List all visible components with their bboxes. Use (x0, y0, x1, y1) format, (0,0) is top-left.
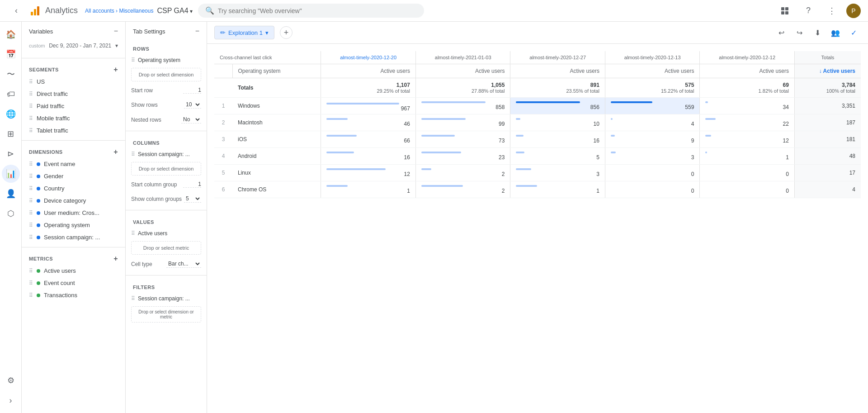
dim-device-category[interactable]: ⠿ Device category (22, 195, 125, 207)
filter-item[interactable]: ⠿ Session campaign: ... (126, 293, 207, 304)
apps-icon[interactable] (776, 2, 794, 20)
values-metric-item[interactable]: ⠿ Active users (126, 228, 207, 239)
add-segment-button[interactable]: + (113, 66, 118, 74)
nav-reports[interactable]: 📅 (2, 45, 20, 63)
segment-mobile[interactable]: ⠿ Mobile traffic (22, 112, 125, 124)
totals-grand-pct: 100% of total (800, 88, 855, 94)
nav-funnel[interactable]: ⊳ (2, 145, 20, 163)
avatar[interactable]: P (846, 4, 861, 18)
nav-people[interactable]: 👤 (2, 185, 20, 203)
dim-gender[interactable]: ⠿ Gender (22, 170, 125, 182)
row-num: 4 (214, 148, 232, 165)
table-row: 3 iOS 66 73 16 9 (214, 131, 861, 148)
drag-handle: ⠿ (29, 234, 33, 241)
nav-home[interactable]: 🏠 (2, 25, 20, 43)
row-total: 3,351 (794, 98, 861, 114)
metric-dot (37, 281, 40, 285)
drag-handle-icon: ⠿ (131, 57, 135, 63)
exploration-tab[interactable]: ✏ Exploration 1 ▾ (214, 26, 274, 39)
val-1: 12 (321, 165, 416, 181)
svg-rect-4 (785, 7, 788, 10)
nav-explore[interactable]: 📊 (2, 165, 20, 183)
col-group-4-header[interactable]: almost-timely-2020-12-13 (605, 51, 700, 64)
start-row-input[interactable] (183, 87, 201, 94)
val-4: 9 (605, 131, 700, 148)
segment-us[interactable]: ⠿ US (22, 76, 125, 88)
drag-handle: ⠿ (29, 185, 33, 192)
cell-type-select[interactable]: Bar ch...Plain textHeat map (166, 260, 201, 268)
metric-event-count[interactable]: ⠿ Event count (22, 277, 125, 289)
col-group-1-header[interactable]: almost-timely-2020-12-20 (321, 51, 416, 64)
col-group-3-header[interactable]: almost-timely-2020-12-27 (510, 51, 605, 64)
metric-transactions[interactable]: ⠿ Transactions (22, 289, 125, 301)
row-num: 2 (214, 114, 232, 131)
dim-country[interactable]: ⠿ Country (22, 182, 125, 195)
nav-dashboard[interactable]: ⊞ (2, 125, 20, 143)
date-range[interactable]: custom Dec 9, 2020 - Jan 7, 2021 ▾ (22, 41, 125, 54)
segment-tablet[interactable]: ⠿ Tablet traffic (22, 124, 125, 137)
check-button[interactable]: ✓ (846, 25, 861, 40)
help-icon[interactable]: ? (799, 2, 817, 20)
col-group-5-header[interactable]: almost-timely-2020-12-12 (700, 51, 795, 64)
metric-header-2: Active users (415, 64, 510, 78)
col-group-2-header[interactable]: almost-timely-2021-01-03 (415, 51, 510, 64)
more-icon[interactable]: ⋮ (823, 2, 841, 20)
nav-settings[interactable]: ⚙ (2, 371, 20, 389)
os-col-header[interactable] (214, 64, 232, 78)
segment-label: US (37, 78, 45, 85)
metric-dot (37, 294, 40, 297)
variables-title: Variables (29, 28, 53, 35)
columns-dimension-item[interactable]: ⠿ Session campaign: ... (126, 148, 207, 160)
values-drop-zone[interactable]: Drop or select metric (131, 241, 201, 255)
val-2: 858 (415, 98, 510, 114)
rows-drop-zone[interactable]: Drop or select dimension (131, 68, 201, 81)
search-bar[interactable]: 🔍 (198, 4, 424, 18)
drag-handle: ⠿ (29, 103, 33, 109)
nav-lifecycle[interactable]: 🌐 (2, 105, 20, 123)
dim-label: Operating system (44, 222, 90, 228)
svg-rect-0 (31, 12, 33, 15)
breadcrumb-all-accounts[interactable]: All accounts (85, 8, 114, 14)
nav-configure[interactable]: ⬡ (2, 204, 20, 223)
val-5: 0 (700, 165, 795, 181)
dim-os[interactable]: ⠿ Operating system (22, 219, 125, 231)
add-exploration-tab[interactable]: + (280, 26, 292, 39)
col-group-header-row: Cross-channel last click almost-timely-2… (214, 51, 861, 64)
segment-paid[interactable]: ⠿ Paid traffic (22, 100, 125, 112)
nested-rows-setting: Nested rows NoYes (126, 112, 207, 127)
val-4: 0 (605, 165, 700, 181)
metric-active-users[interactable]: ⠿ Active users (22, 265, 125, 277)
drag-handle: ⠿ (29, 222, 33, 228)
nav-activity[interactable]: 〜 (2, 65, 20, 83)
nav-collapse[interactable]: › (2, 391, 20, 409)
totals-pct-2: 27.88% of total (421, 88, 505, 94)
show-col-groups-select[interactable]: 51015 (184, 195, 201, 203)
share-button[interactable]: 👥 (828, 25, 843, 40)
search-input[interactable] (218, 7, 417, 14)
undo-button[interactable]: ↩ (774, 25, 788, 40)
dim-event-name[interactable]: ⠿ Event name (22, 158, 125, 170)
os-name: Windows (232, 98, 321, 114)
os-name-header[interactable]: Operating system (232, 64, 321, 78)
add-metric-button[interactable]: + (113, 255, 118, 263)
segment-direct[interactable]: ⠿ Direct traffic (22, 88, 125, 100)
redo-button[interactable]: ↪ (792, 25, 807, 40)
nav-audience[interactable]: 🏷 (2, 85, 20, 103)
filter-drop-zone[interactable]: Drop or select dimension or metric (131, 306, 201, 323)
download-button[interactable]: ⬇ (810, 25, 825, 40)
analytics-logo (29, 5, 42, 17)
add-dimension-button[interactable]: + (113, 148, 118, 156)
dim-user-medium[interactable]: ⠿ User medium: Cros... (22, 207, 125, 219)
tab-settings-minimize[interactable]: − (195, 27, 199, 35)
date-range-value: Dec 9, 2020 - Jan 7, 2021 (49, 43, 111, 49)
back-button[interactable]: ‹ (7, 2, 25, 20)
account-name[interactable]: CSP GA4 (157, 7, 192, 15)
dim-session-campaign[interactable]: ⠿ Session campaign: ... (22, 231, 125, 243)
nested-rows-select[interactable]: NoYes (181, 116, 201, 123)
variables-minimize[interactable]: − (114, 27, 118, 35)
start-col-group-input[interactable] (183, 181, 201, 188)
columns-drop-zone[interactable]: Drop or select dimension (131, 162, 201, 176)
show-rows-select[interactable]: 102550 (184, 101, 201, 109)
rows-dimension-item[interactable]: ⠿ Operating system (126, 54, 207, 66)
totals-col1: 1,107 29.25% of total (321, 78, 416, 98)
